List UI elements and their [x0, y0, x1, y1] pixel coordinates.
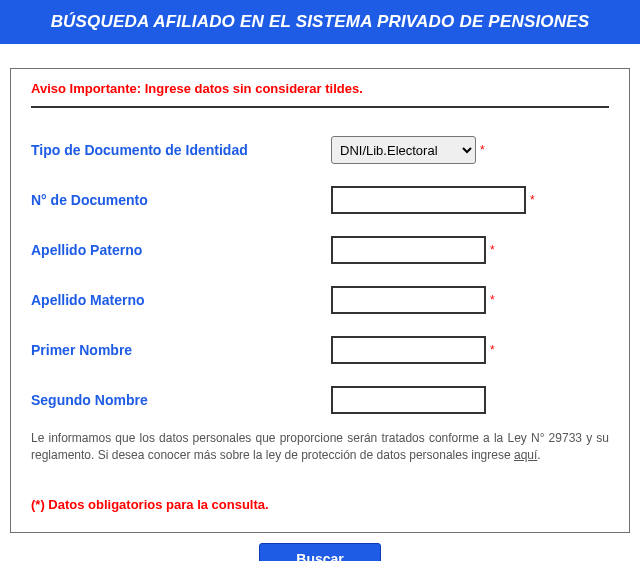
row-nom2: Segundo Nombre — [31, 386, 609, 414]
label-nom2: Segundo Nombre — [31, 392, 331, 408]
disclaimer-link[interactable]: aquí — [514, 448, 537, 462]
row-ap-mat: Apellido Materno * — [31, 286, 609, 314]
field-doc-num: * — [331, 186, 535, 214]
search-button[interactable]: Buscar — [259, 543, 380, 561]
nom2-input[interactable] — [331, 386, 486, 414]
page-title: BÚSQUEDA AFILIADO EN EL SISTEMA PRIVADO … — [0, 0, 640, 44]
doc-num-input[interactable] — [331, 186, 526, 214]
divider — [31, 106, 609, 108]
label-ap-mat: Apellido Materno — [31, 292, 331, 308]
label-doc-type: Tipo de Documento de Identidad — [31, 142, 331, 158]
field-nom2 — [331, 386, 490, 414]
required-mark: * — [490, 343, 495, 357]
disclaimer-suffix: . — [537, 448, 540, 462]
required-mark: * — [530, 193, 535, 207]
row-nom1: Primer Nombre * — [31, 336, 609, 364]
field-doc-type: DNI/Lib.Electoral * — [331, 136, 485, 164]
field-nom1: * — [331, 336, 495, 364]
label-nom1: Primer Nombre — [31, 342, 331, 358]
ap-pat-input[interactable] — [331, 236, 486, 264]
privacy-disclaimer: Le informamos que los datos personales q… — [31, 430, 609, 465]
label-ap-pat: Apellido Paterno — [31, 242, 331, 258]
field-ap-pat: * — [331, 236, 495, 264]
row-ap-pat: Apellido Paterno * — [31, 236, 609, 264]
row-doc-num: N° de Documento * — [31, 186, 609, 214]
required-mark: * — [490, 243, 495, 257]
required-mark: * — [490, 293, 495, 307]
label-doc-num: N° de Documento — [31, 192, 331, 208]
page-container: BÚSQUEDA AFILIADO EN EL SISTEMA PRIVADO … — [0, 0, 640, 561]
row-doc-type: Tipo de Documento de Identidad DNI/Lib.E… — [31, 136, 609, 164]
doc-type-select[interactable]: DNI/Lib.Electoral — [331, 136, 476, 164]
nom1-input[interactable] — [331, 336, 486, 364]
button-row: Buscar — [0, 543, 640, 561]
ap-mat-input[interactable] — [331, 286, 486, 314]
required-mark: * — [480, 143, 485, 157]
search-panel: Aviso Importante: Ingrese datos sin cons… — [10, 68, 630, 533]
required-fields-note: (*) Datos obligatorios para la consulta. — [31, 497, 609, 512]
important-notice: Aviso Importante: Ingrese datos sin cons… — [31, 81, 609, 96]
field-ap-mat: * — [331, 286, 495, 314]
